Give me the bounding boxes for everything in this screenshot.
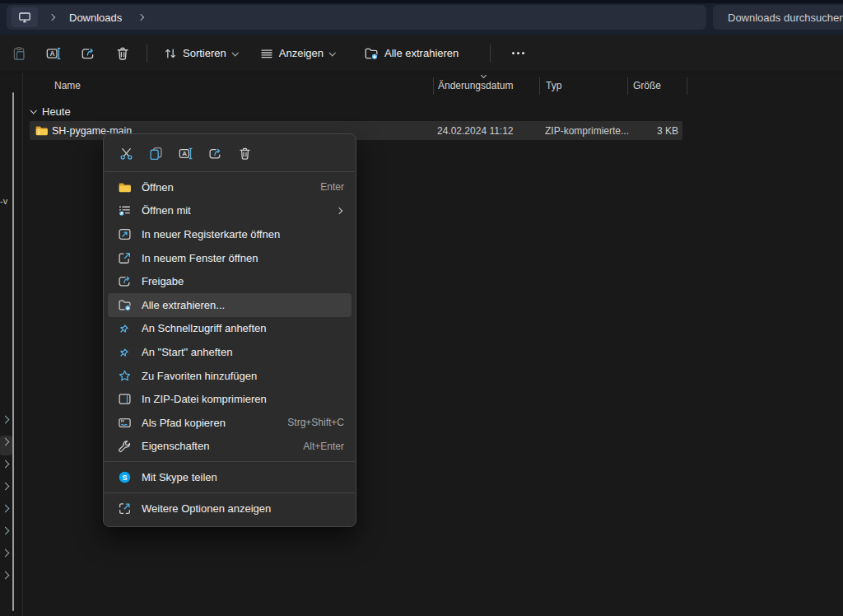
- search-input[interactable]: [713, 5, 843, 30]
- show-more-icon: [117, 502, 133, 516]
- view-button[interactable]: Anzeigen: [252, 40, 342, 68]
- group-header-today[interactable]: Heute: [30, 102, 71, 120]
- copy-path-icon: [117, 416, 133, 430]
- rename-button[interactable]: A: [38, 40, 69, 68]
- delete-icon: [115, 46, 130, 61]
- see-more-button[interactable]: [502, 40, 533, 68]
- menu-item-properties[interactable]: Eigenschaften Alt+Enter: [108, 435, 352, 459]
- delete-icon: [238, 147, 252, 161]
- tree-expand-icon[interactable]: [2, 572, 10, 580]
- extract-all-button[interactable]: Alle extrahieren: [356, 40, 467, 68]
- menu-item-open-new-tab[interactable]: In neuer Registerkarte öffnen: [108, 222, 352, 246]
- share-icon: [117, 274, 133, 288]
- file-modified: 24.02.2024 11:12: [437, 125, 514, 137]
- sort-indicator-icon: [481, 72, 487, 78]
- new-window-icon: [117, 251, 133, 265]
- toolbar-separator: [147, 44, 147, 63]
- delete-button[interactable]: [231, 142, 258, 165]
- menu-item-compress-zip[interactable]: In ZIP-Datei komprimieren: [108, 387, 352, 411]
- column-header-type[interactable]: Typ: [546, 80, 561, 91]
- toolbar-separator: [490, 44, 491, 63]
- properties-icon: [117, 439, 133, 453]
- tree-expand-icon[interactable]: [2, 416, 10, 424]
- toolbar: A: [0, 35, 843, 72]
- rename-button[interactable]: A: [171, 142, 199, 165]
- svg-text:A: A: [182, 150, 187, 157]
- column-header-modified[interactable]: Änderungsdatum: [438, 80, 513, 91]
- file-size: 3 KB: [657, 125, 678, 137]
- breadcrumb-downloads[interactable]: Downloads: [69, 12, 122, 24]
- cut-button[interactable]: [112, 142, 140, 165]
- extract-all-icon: [117, 298, 133, 312]
- delete-button[interactable]: [107, 40, 138, 68]
- chevron-down-icon: [328, 49, 335, 56]
- column-separator[interactable]: [627, 77, 628, 95]
- tree-expand-icon[interactable]: [2, 460, 10, 469]
- context-menu: A: [103, 133, 356, 527]
- column-separator[interactable]: [539, 77, 540, 95]
- navigation-pane: -v: [0, 72, 23, 616]
- file-type: ZIP-komprimierte...: [545, 125, 629, 137]
- tree-expand-icon[interactable]: [2, 527, 10, 535]
- sort-button[interactable]: Sortieren: [156, 40, 245, 68]
- paste-button[interactable]: [3, 40, 35, 68]
- copy-icon: [149, 147, 163, 161]
- menu-item-share-skype[interactable]: S Mit Skype teilen: [108, 465, 352, 489]
- context-menu-quick-actions: A: [104, 138, 356, 168]
- nav-item-partial[interactable]: -v: [0, 196, 7, 206]
- menu-item-pin-quick-access[interactable]: An Schnellzugriff anheften: [108, 317, 352, 341]
- menu-item-open-with[interactable]: Öffnen mit: [108, 199, 352, 223]
- share-button[interactable]: [72, 40, 104, 68]
- titlebar: Downloads: [0, 0, 843, 35]
- menu-separator: [105, 492, 355, 493]
- file-explorer-window: Downloads A: [0, 0, 843, 616]
- menu-item-add-favorites[interactable]: Zu Favoriten hinzufügen: [108, 364, 352, 388]
- this-pc-button[interactable]: [12, 7, 38, 27]
- svg-text:S: S: [122, 474, 127, 482]
- extract-all-label: Alle extrahieren: [384, 47, 459, 59]
- folder-icon: [117, 180, 133, 194]
- pin-icon: [117, 321, 133, 335]
- copy-button[interactable]: [142, 142, 170, 165]
- sort-icon: [164, 47, 177, 60]
- share-icon: [81, 46, 95, 61]
- menu-item-copy-path[interactable]: Als Pfad kopieren Strg+Shift+C: [108, 411, 352, 435]
- see-more-icon: [512, 52, 524, 54]
- pin-icon: [117, 345, 133, 359]
- extract-all-icon: [364, 46, 379, 61]
- zip-compress-icon: [117, 392, 133, 406]
- column-header-size[interactable]: Größe: [633, 80, 661, 91]
- view-icon: [260, 47, 273, 60]
- tree-expand-icon[interactable]: [2, 483, 10, 491]
- paste-icon: [12, 46, 26, 61]
- chevron-right-icon[interactable]: [137, 14, 144, 21]
- menu-item-open[interactable]: Öffnen Enter: [108, 175, 352, 199]
- column-separator[interactable]: [433, 77, 434, 95]
- view-label: Anzeigen: [279, 47, 324, 59]
- column-header-name[interactable]: Name: [54, 80, 81, 91]
- column-separator[interactable]: [687, 77, 687, 95]
- menu-item-open-new-window[interactable]: In neuem Fenster öffnen: [108, 246, 352, 270]
- skype-icon: S: [117, 470, 133, 484]
- menu-item-show-more-options[interactable]: Weitere Optionen anzeigen: [108, 497, 352, 520]
- chevron-down-icon: [30, 107, 36, 114]
- menu-separator: [105, 171, 355, 172]
- menu-item-share[interactable]: Freigabe: [108, 269, 352, 293]
- address-bar[interactable]: Downloads: [7, 5, 706, 30]
- tree-expand-icon[interactable]: [2, 549, 10, 558]
- menu-item-pin-start[interactable]: An "Start" anheften: [108, 340, 352, 364]
- computer-icon: [18, 11, 31, 24]
- new-tab-icon: [117, 227, 133, 241]
- nav-scrollbar[interactable]: [12, 92, 14, 611]
- share-button[interactable]: [201, 142, 229, 165]
- submenu-chevron-icon: [336, 208, 342, 214]
- tree-expand-icon[interactable]: [2, 505, 10, 513]
- rename-icon: A: [179, 147, 193, 161]
- zip-folder-icon: [35, 124, 49, 138]
- cut-icon: [119, 147, 133, 161]
- star-icon: [117, 369, 133, 383]
- share-icon: [208, 147, 222, 161]
- chevron-right-icon: [49, 14, 55, 21]
- menu-item-extract-all[interactable]: Alle extrahieren...: [108, 293, 352, 317]
- rename-icon: A: [46, 46, 61, 61]
